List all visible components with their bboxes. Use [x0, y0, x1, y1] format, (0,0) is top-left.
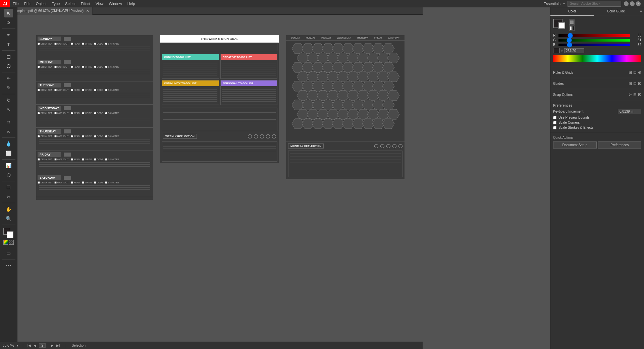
habit-checkbox[interactable]: WORKOUT [54, 181, 69, 184]
habit-checkbox[interactable]: CODE [94, 112, 103, 114]
menu-help[interactable]: Help [125, 0, 138, 7]
ruler-icon[interactable]: ⊞ [629, 70, 632, 75]
tab-color-guide[interactable]: Color Guide [594, 7, 638, 16]
habit-checkbox[interactable]: WORKOUT [54, 66, 69, 68]
more-tools[interactable]: • • • [4, 261, 13, 270]
menu-effect[interactable]: Effect [78, 0, 93, 7]
grid-icon[interactable]: ⊡ [633, 70, 637, 75]
menu-object[interactable]: Object [33, 0, 49, 7]
change-screen-mode[interactable]: ▭ [4, 249, 13, 257]
tab-close-button[interactable]: ✕ [86, 9, 89, 13]
habit-checkbox[interactable]: DRINK TEA [38, 112, 52, 114]
pencil-tool[interactable]: ✎ [4, 83, 13, 92]
scale-corners-checkbox[interactable] [553, 121, 556, 124]
close-button[interactable]: ✕ [636, 1, 641, 6]
scale-strokes-checkbox[interactable] [553, 126, 556, 129]
habit-checkbox[interactable]: READ [71, 181, 80, 184]
day-toggle[interactable] [64, 83, 71, 87]
habit-checkbox[interactable]: SKINCARE [105, 43, 119, 45]
menu-file[interactable]: File [10, 0, 21, 7]
zoom-dropdown[interactable]: ▾ [17, 344, 18, 347]
menu-type[interactable]: Type [49, 0, 63, 7]
panel-collapse-button[interactable]: ≡ [638, 7, 644, 16]
symbol-tool[interactable]: ⬡ [4, 171, 13, 179]
day-toggle[interactable] [64, 60, 71, 64]
gradient-swatch[interactable] [3, 240, 8, 245]
habit-checkbox[interactable]: SKINCARE [105, 66, 119, 68]
artboard-tool[interactable]: ☐ [4, 183, 13, 192]
page-prev-button[interactable]: ◀ [34, 344, 36, 347]
r-slider[interactable] [558, 34, 630, 37]
habit-checkbox[interactable]: SKINCARE [105, 89, 119, 91]
tab-color[interactable]: Color [550, 7, 594, 16]
habit-checkbox[interactable]: DRINK TEA [38, 43, 52, 45]
minimize-button[interactable]: — [624, 1, 629, 6]
habit-checkbox[interactable]: READ [71, 43, 80, 45]
background-color[interactable] [7, 231, 13, 238]
menu-window[interactable]: Window [106, 0, 125, 7]
snap-icon-3[interactable]: ⊠ [638, 92, 641, 97]
habit-checkbox[interactable]: CODE [94, 89, 103, 91]
page-first-button[interactable]: |◀ [28, 344, 31, 347]
none-swatch[interactable] [9, 240, 14, 245]
menu-select[interactable]: Select [62, 0, 78, 7]
ellipse-tool[interactable] [4, 62, 13, 70]
habit-checkbox[interactable]: WRITE [82, 181, 92, 184]
habit-checkbox[interactable]: DRINK TEA [38, 135, 52, 137]
habit-checkbox[interactable]: WRITE [82, 135, 92, 137]
habit-checkbox[interactable]: READ [71, 66, 80, 68]
graph-tool[interactable]: 📊 [4, 161, 13, 170]
habit-checkbox[interactable]: DRINK TEA [38, 181, 52, 184]
selection-tool[interactable] [4, 9, 13, 17]
document-setup-button[interactable]: Document Setup [553, 141, 597, 149]
blend-tool[interactable]: ∞ [4, 127, 13, 136]
day-toggle[interactable] [64, 37, 71, 41]
workspace-chevron[interactable]: ▾ [563, 2, 565, 5]
gradient-color-icon[interactable] [569, 25, 575, 31]
snap-icon-2[interactable]: ⊞ [633, 92, 637, 97]
menu-view[interactable]: View [93, 0, 106, 7]
habit-checkbox[interactable]: WRITE [82, 43, 92, 45]
rectangle-tool[interactable] [4, 52, 13, 61]
habit-checkbox[interactable]: CODE [94, 158, 103, 161]
pen-tool[interactable]: ✒ [4, 31, 13, 39]
hex-input[interactable] [564, 48, 584, 53]
habit-checkbox[interactable]: WRITE [82, 66, 92, 68]
warp-tool[interactable]: ≋ [4, 118, 13, 126]
preferences-button[interactable]: Preferences [598, 141, 642, 149]
snap-icon-1[interactable]: ⊳ [629, 92, 632, 97]
habit-checkbox[interactable]: WORKOUT [54, 158, 69, 161]
habit-checkbox[interactable]: WRITE [82, 89, 92, 91]
zoom-tool[interactable]: 🔍 [4, 214, 13, 223]
guide-icon-3[interactable]: ⊠ [638, 81, 641, 86]
guide-icon-2[interactable]: ⊡ [633, 81, 637, 86]
menu-edit[interactable]: Edit [21, 0, 33, 7]
page-last-button[interactable]: ▶| [56, 344, 60, 347]
habit-checkbox[interactable]: READ [71, 89, 80, 91]
habit-checkbox[interactable]: READ [71, 112, 80, 114]
habit-checkbox[interactable]: CODE [94, 181, 103, 184]
hand-tool[interactable]: ✋ [4, 205, 13, 214]
day-toggle[interactable] [64, 153, 71, 157]
page-next-button[interactable]: ▶ [51, 344, 54, 347]
text-tool[interactable]: T [4, 40, 13, 49]
habit-checkbox[interactable]: WRITE [82, 158, 92, 161]
habit-checkbox[interactable]: WORKOUT [54, 135, 69, 137]
habit-checkbox[interactable]: SKINCARE [105, 112, 119, 114]
habit-checkbox[interactable]: SKINCARE [105, 158, 119, 161]
guide-icon-1[interactable]: ⊞ [629, 81, 632, 86]
g-slider[interactable] [558, 39, 630, 42]
solid-color-icon[interactable] [569, 19, 575, 25]
habit-checkbox[interactable]: WORKOUT [54, 43, 69, 45]
habit-checkbox[interactable]: WRITE [82, 112, 92, 114]
rotate-tool[interactable]: ↻ [4, 96, 13, 105]
habit-checkbox[interactable]: WORKOUT [54, 112, 69, 114]
habit-checkbox[interactable]: DRINK TEA [38, 66, 52, 68]
use-preview-bounds-checkbox[interactable] [553, 116, 556, 119]
eyedropper-tool[interactable]: 💧 [4, 139, 13, 148]
habit-checkbox[interactable]: SKINCARE [105, 181, 119, 184]
crosshair-icon[interactable]: ⊕ [638, 70, 641, 75]
day-toggle[interactable] [64, 106, 71, 110]
habit-checkbox[interactable]: SKINCARE [105, 135, 119, 137]
habit-checkbox[interactable]: DRINK TEA [38, 158, 52, 161]
